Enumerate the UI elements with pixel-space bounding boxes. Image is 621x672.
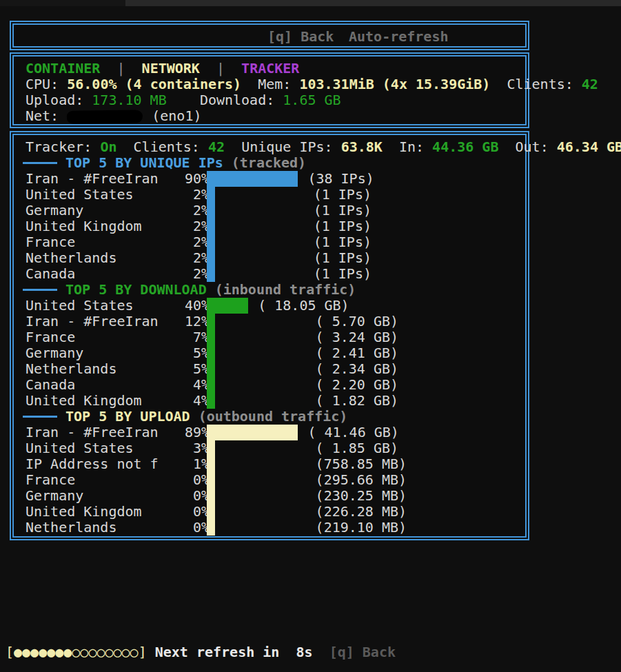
- bar: [207, 329, 215, 345]
- country-name: United Kingdom: [26, 218, 142, 234]
- title-panel: ADVANCED STATISTICS [q] Back Auto-refres…: [10, 21, 529, 50]
- text-segment: [116, 139, 133, 155]
- bar: [207, 218, 215, 234]
- tab-tracker[interactable]: TRACKER: [241, 60, 299, 77]
- stat-row: France2%(1 IPs): [26, 234, 524, 250]
- section-subtitle: (tracked): [232, 154, 306, 171]
- country-name: Germany: [26, 345, 83, 361]
- country-name: France: [26, 329, 75, 345]
- section-header: TOP 5 BY UNIQUE IPs(tracked): [26, 155, 524, 171]
- amount-value: (38 IPs): [307, 171, 374, 187]
- out-value: 46.34 GB: [557, 139, 621, 155]
- text-segment: [225, 139, 241, 155]
- text-segment: [241, 76, 258, 92]
- clients-value: 42: [582, 76, 598, 92]
- text-segment: [498, 139, 515, 155]
- text-segment: [383, 139, 399, 155]
- transfer-row: Upload: 173.10 MB Download: 1.65 GB: [26, 92, 524, 108]
- tracker-clients-label: Clients:: [134, 139, 208, 155]
- section-title: TOP 5 BY DOWNLOAD(inbound traffic): [65, 282, 356, 298]
- bar: [207, 203, 215, 218]
- percent-value: 0%: [139, 472, 210, 488]
- percent-value: 2%: [139, 234, 210, 250]
- amount-value: (1 IPs): [314, 218, 371, 234]
- bar: [207, 234, 215, 250]
- country-name: IP Address not f: [26, 456, 159, 472]
- stat-row: Netherlands0%(219.10 MB): [26, 520, 524, 536]
- percent-value: 4%: [139, 393, 210, 409]
- amount-value: ( 1.82 GB): [316, 393, 398, 409]
- percent-value: 0%: [139, 504, 210, 520]
- tab-separator: |: [100, 60, 141, 77]
- amount-value: (1 IPs): [314, 250, 371, 266]
- stat-row: Iran - #FreeIran89%( 41.46 GB): [26, 425, 524, 440]
- back-hint[interactable]: [q] Back: [267, 26, 334, 48]
- stats-panel: CONTAINER | NETWORK | TRACKER CPU: 56.00…: [10, 52, 529, 128]
- bar: [207, 504, 215, 520]
- percent-value: 12%: [139, 314, 210, 329]
- bar: [207, 298, 248, 314]
- percent-value: 2%: [139, 250, 210, 266]
- stat-row: United States3%( 1.85 GB): [26, 440, 524, 456]
- country-name: France: [26, 234, 75, 250]
- unique-ips-value: 63.8K: [341, 139, 383, 155]
- percent-value: 5%: [139, 345, 210, 361]
- amount-value: (1 IPs): [314, 234, 371, 250]
- stat-row: Iran - #FreeIran90%(38 IPs): [26, 171, 524, 187]
- auto-refresh-toggle[interactable]: Auto-refresh: [349, 26, 449, 48]
- country-name: United States: [26, 187, 134, 203]
- stat-row: Netherlands2%(1 IPs): [26, 250, 524, 266]
- mem-value: 103.31MiB (4x 15.39GiB): [299, 76, 490, 92]
- status-bar: [●●●●●●●○○○○○○○○] Next refresh in 8s [q]…: [6, 643, 396, 661]
- tracker-label: Tracker:: [26, 139, 100, 155]
- back-hint[interactable]: [q] Back: [329, 644, 396, 660]
- stat-row: Germany0%(230.25 MB): [26, 488, 524, 504]
- tab-container[interactable]: CONTAINER: [26, 60, 100, 77]
- amount-value: (758.85 MB): [316, 456, 407, 472]
- amount-value: (226.28 MB): [316, 504, 407, 520]
- branch-line-icon: [23, 416, 57, 418]
- percent-value: 0%: [139, 520, 210, 536]
- cpu-mem-row: CPU: 56.00% (4 containers) Mem: 103.31Mi…: [26, 77, 524, 92]
- amount-value: ( 3.24 GB): [316, 329, 398, 345]
- percent-value: 90%: [139, 171, 210, 187]
- unique-ips-label: Unique IPs:: [241, 139, 341, 155]
- net-interface: (eno1): [152, 108, 201, 124]
- cpu-label: CPU:: [26, 76, 67, 92]
- branch-line-icon: [23, 162, 57, 164]
- net-row: Net: (eno1): [26, 108, 524, 124]
- stat-row: United States2%(1 IPs): [26, 187, 524, 203]
- bar: [207, 361, 215, 377]
- top5-sections: TOP 5 BY UNIQUE IPs(tracked)Iran - #Free…: [26, 155, 524, 536]
- amount-value: (1 IPs): [314, 203, 371, 218]
- out-label: Out:: [516, 139, 557, 155]
- percent-value: 2%: [139, 218, 210, 234]
- percent-value: 2%: [139, 187, 210, 203]
- country-name: United States: [26, 298, 134, 314]
- tab-network[interactable]: NETWORK: [142, 60, 200, 77]
- bar: [207, 187, 215, 203]
- stat-row: France0%(295.66 MB): [26, 472, 524, 488]
- text-segment: [313, 644, 329, 660]
- amount-value: ( 1.85 GB): [316, 440, 398, 456]
- mem-label: Mem:: [258, 76, 299, 92]
- percent-value: 3%: [139, 440, 210, 456]
- tabs-row: CONTAINER | NETWORK | TRACKER: [26, 61, 524, 77]
- stat-row: Germany2%(1 IPs): [26, 203, 524, 218]
- section-header: TOP 5 BY UPLOAD(outbound traffic): [26, 409, 524, 425]
- amount-value: (1 IPs): [314, 187, 371, 203]
- section-header: TOP 5 BY DOWNLOAD(inbound traffic): [26, 282, 524, 298]
- amount-value: (230.25 MB): [316, 488, 407, 504]
- active-window-tab[interactable]: [0, 0, 125, 6]
- stat-row: United Kingdom0%(226.28 MB): [26, 504, 524, 520]
- country-name: United Kingdom: [26, 393, 142, 409]
- percent-value: 89%: [139, 425, 210, 440]
- stat-row: United Kingdom2%(1 IPs): [26, 218, 524, 234]
- upload-value: 173.10 MB: [92, 92, 166, 108]
- text-segment: [167, 92, 200, 108]
- percent-value: 4%: [139, 377, 210, 393]
- percent-value: 0%: [139, 488, 210, 504]
- tracker-status: On: [100, 139, 116, 155]
- country-name: France: [26, 472, 75, 488]
- country-name: Germany: [26, 488, 83, 504]
